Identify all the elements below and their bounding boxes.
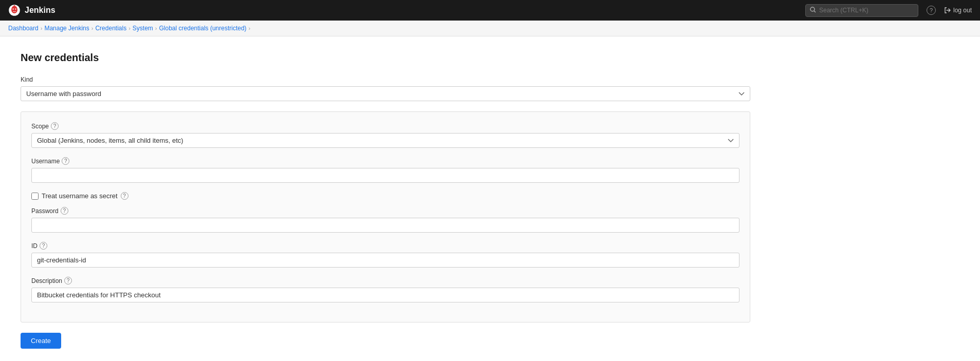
breadcrumb-credentials[interactable]: Credentials xyxy=(95,25,126,32)
username-section: Username ? xyxy=(31,157,739,183)
kind-section: Kind Username with password xyxy=(21,76,750,101)
id-label: ID ? xyxy=(31,242,739,250)
page-title: New credentials xyxy=(21,52,750,64)
search-box[interactable] xyxy=(805,4,918,17)
breadcrumb-global-credentials[interactable]: Global credentials (unrestricted) xyxy=(159,25,247,32)
kind-select[interactable]: Username with password xyxy=(21,86,750,101)
logout-icon xyxy=(944,7,951,14)
breadcrumb-sep-2: › xyxy=(91,25,94,31)
breadcrumb-manage-jenkins[interactable]: Manage Jenkins xyxy=(44,25,89,32)
description-section: Description ? xyxy=(31,277,739,302)
breadcrumb-sep-3: › xyxy=(128,25,131,31)
username-input[interactable] xyxy=(31,168,739,183)
breadcrumb-dashboard[interactable]: Dashboard xyxy=(8,25,39,32)
main-content: New credentials Kind Username with passw… xyxy=(0,36,771,361)
password-section: Password ? xyxy=(31,207,739,233)
password-help-icon[interactable]: ? xyxy=(61,207,68,215)
header-right: ? log out xyxy=(805,4,972,17)
svg-point-5 xyxy=(810,7,815,11)
password-input[interactable] xyxy=(31,218,739,233)
credential-form-box: Scope ? Global (Jenkins, nodes, items, a… xyxy=(21,111,750,322)
kind-label: Kind xyxy=(21,76,750,83)
search-icon xyxy=(810,7,816,14)
app-header: Jenkins ? log out xyxy=(0,0,980,21)
svg-point-2 xyxy=(12,8,13,9)
treat-username-secret-checkbox[interactable] xyxy=(31,193,39,200)
jenkins-logo-icon xyxy=(8,4,21,16)
scope-help-icon[interactable]: ? xyxy=(51,122,59,130)
app-title: Jenkins xyxy=(25,6,56,15)
treat-username-secret-help-icon[interactable]: ? xyxy=(121,192,128,200)
breadcrumb-sep-4: › xyxy=(155,25,157,31)
svg-line-6 xyxy=(814,11,816,12)
header-help-icon[interactable]: ? xyxy=(927,6,936,15)
svg-rect-4 xyxy=(12,7,16,8)
svg-point-3 xyxy=(15,8,16,9)
create-button[interactable]: Create xyxy=(21,333,61,349)
id-help-icon[interactable]: ? xyxy=(40,242,47,250)
breadcrumb-sep-1: › xyxy=(41,25,43,31)
description-label: Description ? xyxy=(31,277,739,284)
treat-username-secret-label[interactable]: Treat username as secret xyxy=(42,192,118,200)
password-label: Password ? xyxy=(31,207,739,215)
logout-button[interactable]: log out xyxy=(944,7,972,14)
header-left: Jenkins xyxy=(8,4,56,16)
scope-section: Scope ? Global (Jenkins, nodes, items, a… xyxy=(31,122,739,148)
treat-username-secret-row: Treat username as secret ? xyxy=(31,192,739,200)
scope-select[interactable]: Global (Jenkins, nodes, items, all child… xyxy=(31,133,739,148)
description-input[interactable] xyxy=(31,288,739,302)
breadcrumb-system[interactable]: System xyxy=(133,25,153,32)
id-section: ID ? xyxy=(31,242,739,268)
scope-label: Scope ? xyxy=(31,122,739,130)
description-help-icon[interactable]: ? xyxy=(64,277,72,284)
id-input[interactable] xyxy=(31,253,739,268)
username-label: Username ? xyxy=(31,157,739,165)
breadcrumb-sep-5: › xyxy=(249,25,251,31)
username-help-icon[interactable]: ? xyxy=(62,157,69,165)
breadcrumb: Dashboard › Manage Jenkins › Credentials… xyxy=(0,21,980,36)
search-input[interactable] xyxy=(819,7,914,14)
